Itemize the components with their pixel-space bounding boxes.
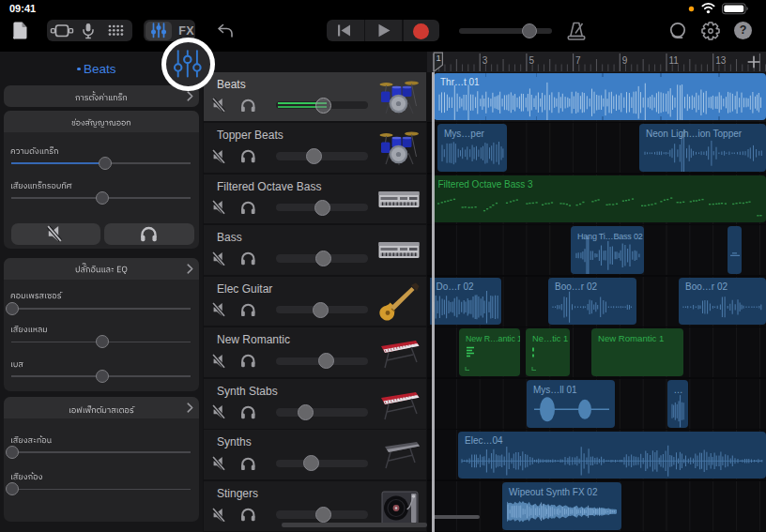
svg-text:1: 1 [436,53,440,63]
